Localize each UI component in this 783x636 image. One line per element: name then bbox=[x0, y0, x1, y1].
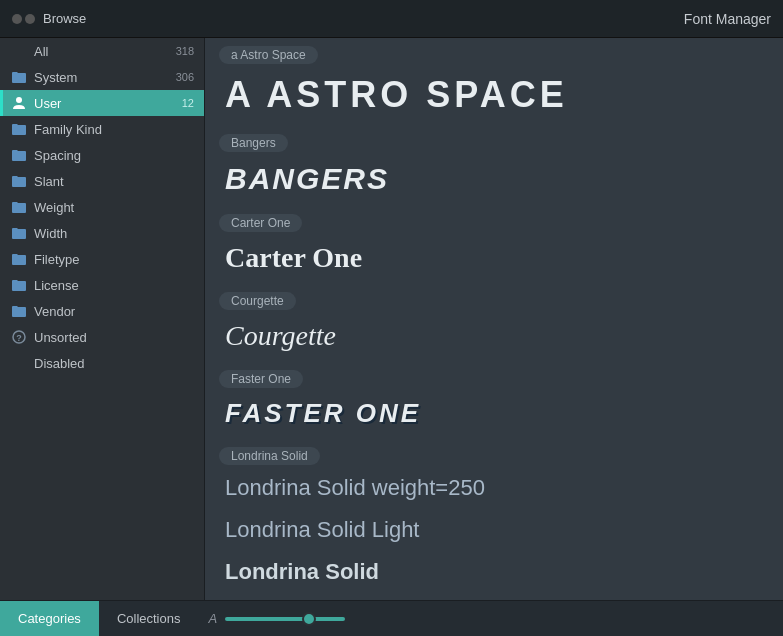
main-area: All 318 System 306 User 12 Family Kind bbox=[0, 38, 783, 600]
font-preview-londrina-regular[interactable]: Londrina Solid bbox=[205, 553, 783, 595]
font-sample-londrina-regular: Londrina Solid bbox=[225, 559, 379, 584]
sidebar-label-user: User bbox=[34, 96, 178, 111]
sidebar-item-family-kind[interactable]: Family Kind bbox=[0, 116, 204, 142]
font-preview-faster-one[interactable]: FASTER ONE bbox=[205, 392, 783, 439]
font-sample-londrina-thin: Londrina Solid weight=250 bbox=[225, 475, 485, 500]
browse-label: Browse bbox=[43, 11, 86, 26]
font-preview-courgette[interactable]: Courgette bbox=[205, 314, 783, 362]
font-tag-bangers[interactable]: Bangers bbox=[219, 134, 288, 152]
sidebar-item-spacing[interactable]: Spacing bbox=[0, 142, 204, 168]
sidebar-label-unsorted: Unsorted bbox=[34, 330, 194, 345]
folder-icon-system bbox=[10, 68, 28, 86]
font-preview-astro-space[interactable]: A ASTRO SPACE bbox=[205, 68, 783, 126]
sidebar-count-all: 318 bbox=[176, 45, 194, 57]
font-sample-carter-one: Carter One bbox=[225, 242, 362, 273]
font-sample-faster-one: FASTER ONE bbox=[225, 398, 421, 428]
sidebar-item-filetype[interactable]: Filetype bbox=[0, 246, 204, 272]
sidebar-item-weight[interactable]: Weight bbox=[0, 194, 204, 220]
font-group-londrina-header: Londrina Solid bbox=[205, 441, 783, 469]
font-tag-londrina[interactable]: Londrina Solid bbox=[219, 447, 320, 465]
sidebar-label-spacing: Spacing bbox=[34, 148, 194, 163]
font-list: a Astro Space A ASTRO SPACE Bangers BANG… bbox=[205, 38, 783, 600]
sidebar-count-user: 12 bbox=[182, 97, 194, 109]
folder-icon-width bbox=[10, 224, 28, 242]
sidebar-label-all: All bbox=[34, 44, 172, 59]
font-group-carter-one-header: Carter One bbox=[205, 208, 783, 236]
header-left: Browse bbox=[12, 11, 86, 26]
preview-size-slider-area: A bbox=[208, 611, 345, 626]
sidebar-label-width: Width bbox=[34, 226, 194, 241]
sidebar-label-weight: Weight bbox=[34, 200, 194, 215]
font-sample-courgette: Courgette bbox=[225, 320, 336, 351]
font-group-faster-one-header: Faster One bbox=[205, 364, 783, 392]
font-preview-londrina-light[interactable]: Londrina Solid Light bbox=[205, 511, 783, 553]
folder-icon-vendor bbox=[10, 302, 28, 320]
folder-icon-family-kind bbox=[10, 120, 28, 138]
tab-collections[interactable]: Collections bbox=[99, 601, 199, 636]
user-icon bbox=[10, 94, 28, 112]
sidebar-item-all[interactable]: All 318 bbox=[0, 38, 204, 64]
bottom-bar: Categories Collections A bbox=[0, 600, 783, 636]
all-icon bbox=[10, 42, 28, 60]
dot-1 bbox=[12, 14, 22, 24]
font-preview-carter-one[interactable]: Carter One bbox=[205, 236, 783, 284]
sidebar-label-disabled: Disabled bbox=[34, 356, 194, 371]
font-sample-astro-space: A ASTRO SPACE bbox=[225, 74, 568, 115]
font-sample-londrina-light: Londrina Solid Light bbox=[225, 517, 419, 542]
sidebar: All 318 System 306 User 12 Family Kind bbox=[0, 38, 205, 600]
sidebar-label-filetype: Filetype bbox=[34, 252, 194, 267]
folder-icon-filetype bbox=[10, 250, 28, 268]
folder-icon-slant bbox=[10, 172, 28, 190]
folder-icon-license bbox=[10, 276, 28, 294]
preview-size-track[interactable] bbox=[225, 617, 345, 621]
preview-size-thumb[interactable] bbox=[302, 612, 316, 626]
font-group-astro-space-header: a Astro Space bbox=[205, 40, 783, 68]
sidebar-item-width[interactable]: Width bbox=[0, 220, 204, 246]
font-group-courgette-header: Courgette bbox=[205, 286, 783, 314]
svg-text:?: ? bbox=[16, 333, 22, 343]
sidebar-item-vendor[interactable]: Vendor bbox=[0, 298, 204, 324]
font-tag-courgette[interactable]: Courgette bbox=[219, 292, 296, 310]
font-tag-faster-one[interactable]: Faster One bbox=[219, 370, 303, 388]
font-manager-title: Font Manager bbox=[684, 11, 771, 27]
font-group-bangers-header: Bangers bbox=[205, 128, 783, 156]
sidebar-item-slant[interactable]: Slant bbox=[0, 168, 204, 194]
slider-label: A bbox=[208, 611, 217, 626]
sidebar-label-vendor: Vendor bbox=[34, 304, 194, 319]
tab-categories[interactable]: Categories bbox=[0, 601, 99, 636]
sidebar-label-slant: Slant bbox=[34, 174, 194, 189]
folder-icon-weight bbox=[10, 198, 28, 216]
window-controls bbox=[12, 14, 35, 24]
sidebar-item-user[interactable]: User 12 bbox=[0, 90, 204, 116]
app-header: Browse Font Manager bbox=[0, 0, 783, 38]
font-sample-bangers: BANGERS bbox=[225, 162, 389, 195]
sidebar-label-family-kind: Family Kind bbox=[34, 122, 194, 137]
sidebar-item-unsorted[interactable]: ? Unsorted bbox=[0, 324, 204, 350]
sidebar-label-system: System bbox=[34, 70, 172, 85]
svg-point-0 bbox=[16, 97, 22, 103]
sidebar-label-license: License bbox=[34, 278, 194, 293]
disabled-icon bbox=[10, 354, 28, 372]
sidebar-item-license[interactable]: License bbox=[0, 272, 204, 298]
dot-2 bbox=[25, 14, 35, 24]
font-preview-londrina-thin[interactable]: Londrina Solid weight=250 bbox=[205, 469, 783, 511]
sidebar-count-system: 306 bbox=[176, 71, 194, 83]
sidebar-item-system[interactable]: System 306 bbox=[0, 64, 204, 90]
question-icon-unsorted: ? bbox=[10, 328, 28, 346]
folder-icon-spacing bbox=[10, 146, 28, 164]
font-tag-carter-one[interactable]: Carter One bbox=[219, 214, 302, 232]
font-tag-astro-space[interactable]: a Astro Space bbox=[219, 46, 318, 64]
font-preview-bangers[interactable]: BANGERS bbox=[205, 156, 783, 206]
sidebar-item-disabled[interactable]: Disabled bbox=[0, 350, 204, 376]
